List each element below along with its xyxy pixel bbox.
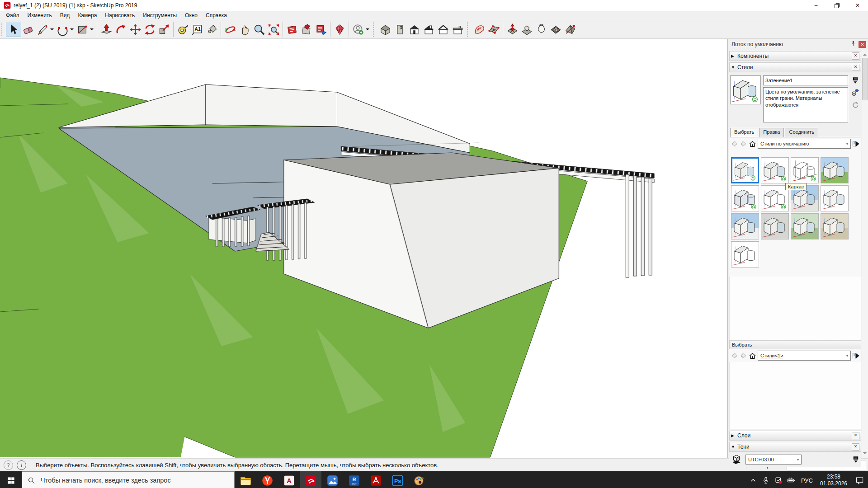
layout-send-button[interactable] xyxy=(285,22,299,37)
home-icon[interactable] xyxy=(749,140,756,148)
extension-warehouse-button[interactable] xyxy=(332,22,347,37)
style-thumbnail[interactable] xyxy=(791,157,819,183)
view-left-button[interactable] xyxy=(436,22,450,37)
create-style-icon[interactable] xyxy=(851,89,859,98)
sandbox-smoove-button[interactable] xyxy=(505,22,519,37)
style-thumbnail[interactable] xyxy=(731,213,759,239)
taskbar-search[interactable] xyxy=(22,471,235,488)
autocad-button[interactable]: A xyxy=(278,471,300,488)
scale-tool-button[interactable] xyxy=(157,22,171,37)
view-iso-button[interactable] xyxy=(378,22,392,37)
battery-icon[interactable] xyxy=(785,476,797,484)
collapse-arrow-icon[interactable]: ▼ xyxy=(731,65,737,70)
style-thumbnail[interactable] xyxy=(731,241,759,267)
menu-item[interactable]: Файл xyxy=(2,11,24,19)
toolbar-separator[interactable] xyxy=(221,22,221,37)
toolbar-separator[interactable] xyxy=(173,22,174,37)
toolbar-separator[interactable] xyxy=(349,22,349,37)
sandbox-from-scratch-button[interactable] xyxy=(486,22,501,37)
forward-icon[interactable] xyxy=(740,140,747,148)
forward-icon[interactable] xyxy=(740,352,747,360)
orbit-tool-button[interactable] xyxy=(223,22,237,37)
menu-item[interactable]: Вид xyxy=(56,11,74,19)
style-thumbnail[interactable] xyxy=(761,185,789,211)
dropdown-arrow-icon[interactable] xyxy=(366,28,369,32)
style-thumbnail[interactable] xyxy=(821,157,849,183)
arc-tool-button[interactable] xyxy=(55,22,75,37)
section-layers[interactable]: ▶ Слои ✕ xyxy=(729,431,861,441)
scroll-thumb[interactable] xyxy=(862,58,868,100)
followme-tool-button[interactable] xyxy=(113,22,128,37)
photoshop-button[interactable]: Ps xyxy=(387,471,408,488)
section-close-icon[interactable]: ✕ xyxy=(852,443,859,450)
close-button[interactable]: ✕ xyxy=(847,0,868,11)
sandbox-drape-button[interactable] xyxy=(534,22,548,37)
view-back-button[interactable] xyxy=(392,22,407,37)
minimize-button[interactable]: – xyxy=(806,0,826,11)
section-components[interactable]: ▶ Компоненты ✕ xyxy=(729,51,861,61)
home-icon[interactable] xyxy=(749,352,756,360)
search-input[interactable] xyxy=(40,476,229,484)
layout-open-button[interactable] xyxy=(299,22,314,37)
tray-scrollbar[interactable] xyxy=(862,50,868,458)
style-thumbnail[interactable] xyxy=(761,213,789,239)
language-indicator[interactable]: РУС xyxy=(797,477,816,484)
view-front-button[interactable] xyxy=(407,22,421,37)
geolocation-icon[interactable]: ? xyxy=(4,460,13,470)
sandbox-flip-edge-button[interactable] xyxy=(563,22,577,37)
secondary-pane-icon[interactable] xyxy=(851,76,859,85)
style-thumbnail[interactable] xyxy=(821,185,849,211)
scroll-down-icon[interactable] xyxy=(863,452,867,456)
back-icon[interactable] xyxy=(731,352,738,360)
style-thumbnail[interactable] xyxy=(731,185,759,211)
rectangle-tool-button[interactable] xyxy=(75,22,95,37)
shadow-box-icon[interactable] xyxy=(731,454,742,465)
line-tool-button[interactable] xyxy=(35,22,55,37)
photos-button[interactable] xyxy=(321,471,343,488)
menu-item[interactable]: Нарисовать xyxy=(101,11,139,19)
section-close-icon[interactable]: ✕ xyxy=(852,64,859,71)
clock[interactable]: 23:58 01.03.2026 xyxy=(816,474,851,487)
start-button[interactable] xyxy=(0,471,22,488)
zoom-extents-tool-button[interactable] xyxy=(266,22,281,37)
sandbox-stamp-button[interactable] xyxy=(519,22,534,37)
menu-item[interactable]: Окно xyxy=(181,11,202,19)
sketchup-button[interactable] xyxy=(300,471,321,488)
style-thumbnail[interactable] xyxy=(791,213,819,239)
pushpull-tool-button[interactable] xyxy=(99,22,113,37)
style-thumbnail[interactable] xyxy=(731,157,759,183)
expand-arrow-icon[interactable]: ▶ xyxy=(731,54,737,58)
styles-collection-dropdown[interactable]: Стили по умолчанию ▾ xyxy=(758,139,851,149)
style-name-input[interactable] xyxy=(763,75,848,85)
microphone-icon[interactable] xyxy=(760,476,772,484)
layout-export-button[interactable] xyxy=(314,22,328,37)
collapse-arrow-icon[interactable]: ▼ xyxy=(731,445,737,449)
toolbar-separator[interactable] xyxy=(283,22,283,37)
view-right-button[interactable] xyxy=(450,22,465,37)
tray-close-icon[interactable]: ✕ xyxy=(859,41,866,48)
explorer-button[interactable] xyxy=(235,471,256,488)
menu-item[interactable]: Изменить xyxy=(24,11,56,19)
dropdown-arrow-icon[interactable] xyxy=(70,28,74,32)
toolbar-separator[interactable] xyxy=(373,22,376,37)
select-tool-button[interactable] xyxy=(6,22,21,37)
style-thumbnail[interactable] xyxy=(821,213,849,239)
section-styles[interactable]: ▼ Стили ✕ xyxy=(729,62,861,72)
back-icon[interactable] xyxy=(731,140,738,148)
details-icon[interactable] xyxy=(852,352,860,360)
sandbox-add-detail-button[interactable] xyxy=(548,22,563,37)
styles-tab[interactable]: Правка xyxy=(759,128,784,137)
dropdown-arrow-icon[interactable] xyxy=(50,28,54,32)
restore-button[interactable] xyxy=(826,0,847,11)
revit-button[interactable]: RRVT xyxy=(343,471,365,488)
toolbar-separator[interactable] xyxy=(330,22,330,37)
toolbar-separator[interactable] xyxy=(467,22,470,37)
style-thumbnail[interactable] xyxy=(761,157,789,183)
paint-button[interactable] xyxy=(408,471,430,488)
styles-tab[interactable]: Соединить xyxy=(785,128,818,137)
acrobat-button[interactable] xyxy=(365,471,387,488)
section-close-icon[interactable]: ✕ xyxy=(852,432,859,439)
viewport-3d[interactable] xyxy=(0,39,728,458)
app-notification-icon[interactable] xyxy=(772,476,785,484)
shadow-details-icon[interactable] xyxy=(852,455,860,464)
